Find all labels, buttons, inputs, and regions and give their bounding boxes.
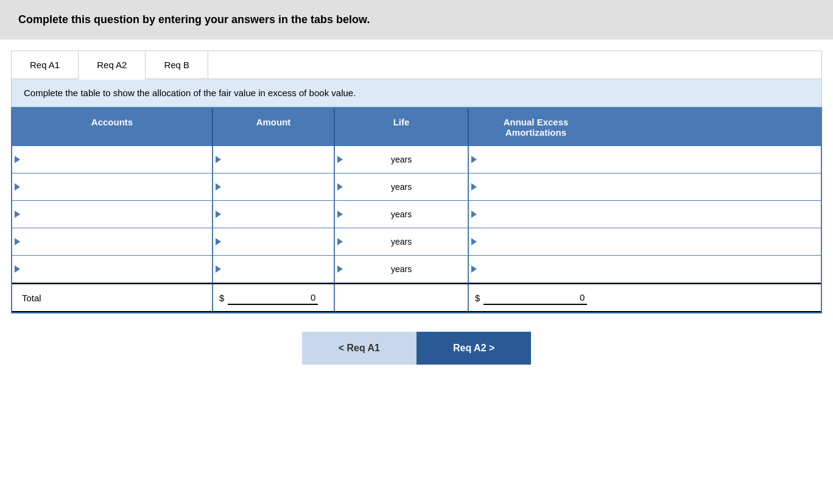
table-row: years: [12, 228, 821, 256]
years-label-2: years: [391, 182, 412, 192]
life-cell-5: years: [335, 256, 469, 282]
amount-cell-4: [213, 228, 335, 255]
navigation-buttons: < Req A1 Req A2 >: [0, 332, 833, 383]
amortization-input-4[interactable]: [469, 228, 603, 255]
prev-button-label: < Req A1: [339, 343, 380, 353]
account-input-3[interactable]: [12, 201, 212, 228]
next-button-label: Req A2 >: [453, 343, 494, 353]
amortization-cell-1: [469, 146, 603, 173]
account-input-2[interactable]: [12, 173, 212, 200]
amortization-cell-3: [469, 201, 603, 228]
total-amount-cell: $: [213, 284, 335, 311]
total-label-cell: Total: [12, 284, 213, 311]
amortization-cell-5: [469, 256, 603, 282]
next-button[interactable]: Req A2 >: [416, 332, 531, 365]
amount-cell-5: [213, 256, 335, 282]
tab-req-a2[interactable]: Req A2: [79, 51, 146, 80]
life-input-2[interactable]: [346, 173, 388, 200]
total-row: Total $ $: [12, 283, 821, 312]
table-row: years: [12, 201, 821, 228]
tab-req-a1[interactable]: Req A1: [12, 51, 79, 79]
account-cell-1: [12, 146, 213, 173]
account-cell-2: [12, 173, 213, 200]
total-life-cell: [335, 284, 469, 311]
account-cell-3: [12, 201, 213, 228]
life-input-3[interactable]: [346, 201, 388, 228]
total-amount-dollar: $: [219, 293, 224, 303]
table-row: years: [12, 173, 821, 201]
life-input-1[interactable]: [346, 146, 388, 173]
life-cell-3: years: [335, 201, 469, 228]
total-amount-input[interactable]: [228, 291, 318, 305]
table-header-row: Accounts Amount Life Annual Excess Amort…: [12, 108, 821, 146]
sub-instruction-text: Complete the table to show the allocatio…: [24, 88, 356, 98]
account-cell-4: [12, 228, 213, 255]
amount-input-3[interactable]: [213, 201, 334, 228]
total-amort-dollar: $: [475, 293, 480, 303]
amortization-cell-2: [469, 173, 603, 200]
th-amortizations: Annual Excess Amortizations: [469, 108, 603, 146]
amortization-input-2[interactable]: [469, 173, 603, 200]
years-label-1: years: [391, 155, 412, 164]
amortization-input-1[interactable]: [469, 146, 603, 173]
allocation-table: Accounts Amount Life Annual Excess Amort…: [11, 107, 822, 313]
total-amortization-input[interactable]: [483, 291, 587, 305]
amount-cell-2: [213, 173, 335, 200]
years-label-4: years: [391, 237, 412, 247]
account-cell-5: [12, 256, 213, 282]
life-input-4[interactable]: [346, 228, 388, 255]
account-input-5[interactable]: [12, 256, 212, 282]
total-label: Total: [18, 293, 41, 303]
arrow-icon-life-4: [337, 238, 343, 245]
th-life: Life: [335, 108, 469, 146]
sub-instruction: Complete the table to show the allocatio…: [11, 79, 822, 107]
amount-input-4[interactable]: [213, 228, 334, 255]
tab-req-b[interactable]: Req B: [146, 51, 208, 79]
arrow-icon-life-2: [337, 183, 343, 191]
life-cell-1: years: [335, 146, 469, 173]
main-instruction: Complete this question by entering your …: [0, 0, 833, 40]
amount-cell-1: [213, 146, 335, 173]
life-cell-4: years: [335, 228, 469, 255]
amortization-input-3[interactable]: [469, 201, 603, 228]
arrow-icon-life-1: [337, 156, 343, 163]
amount-cell-3: [213, 201, 335, 228]
account-input-4[interactable]: [12, 228, 212, 255]
table-row: years: [12, 146, 821, 173]
years-label-5: years: [391, 264, 412, 274]
account-input-1[interactable]: [12, 146, 212, 173]
amount-input-2[interactable]: [213, 173, 334, 200]
arrow-icon-life-3: [337, 211, 343, 218]
th-accounts: Accounts: [12, 108, 213, 146]
table-row: years: [12, 256, 821, 283]
arrow-icon-life-5: [337, 265, 343, 273]
amount-input-5[interactable]: [213, 256, 334, 282]
years-label-3: years: [391, 209, 412, 219]
th-amount: Amount: [213, 108, 335, 146]
total-amortization-cell: $: [469, 284, 603, 311]
amount-input-1[interactable]: [213, 146, 334, 173]
amortization-input-5[interactable]: [469, 256, 603, 282]
life-cell-2: years: [335, 173, 469, 200]
instruction-text: Complete this question by entering your …: [18, 13, 370, 26]
tabs-container: Req A1 Req A2 Req B: [11, 51, 822, 79]
prev-button[interactable]: < Req A1: [302, 332, 416, 365]
amortization-cell-4: [469, 228, 603, 255]
tab-spacer: [208, 51, 821, 79]
life-input-5[interactable]: [346, 256, 388, 282]
